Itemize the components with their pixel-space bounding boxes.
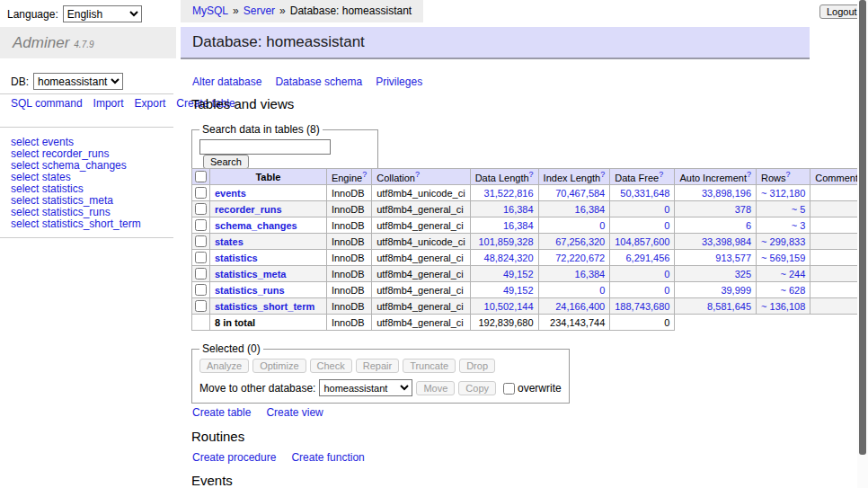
move-button[interactable]: Move xyxy=(416,381,455,395)
row-checkbox[interactable] xyxy=(195,187,207,199)
cell-auto-increment: 33,398,984 xyxy=(675,234,757,250)
routines-heading: Routines xyxy=(191,429,244,444)
create-table-link[interactable]: Create table xyxy=(192,406,251,419)
table-link-recorder-runs[interactable]: recorder_runs xyxy=(215,204,282,215)
column-help-link[interactable]: ? xyxy=(600,170,605,179)
cell-data-length: 31,522,816 xyxy=(470,185,538,201)
row-checkbox[interactable] xyxy=(195,235,207,247)
tables-table: TableEngine?Collation?Data Length?Index … xyxy=(191,168,868,331)
breadcrumb-link-server[interactable]: Server xyxy=(244,4,275,17)
sidebar-divider xyxy=(0,237,173,238)
selected-fieldset: Selected (0) AnalyzeOptimizeCheckRepairT… xyxy=(191,342,570,404)
sidebar-link-sql-command[interactable]: SQL command xyxy=(11,97,83,110)
row-checkbox[interactable] xyxy=(195,268,207,279)
drop-button[interactable]: Drop xyxy=(459,359,495,373)
cell-data-free: 0 xyxy=(610,315,675,331)
cell-auto-increment: 39,999 xyxy=(675,282,757,298)
cell-table-name: recorder_runs xyxy=(209,201,326,217)
column-help-sup: ? xyxy=(415,170,420,179)
row-checkbox[interactable] xyxy=(195,300,207,312)
column-help-link[interactable]: ? xyxy=(786,170,791,179)
column-help-sup: ? xyxy=(362,170,367,179)
cell-data-length: 48,824,320 xyxy=(470,250,538,266)
total-checkbox-cell xyxy=(192,315,210,331)
scrollbar-thumb[interactable] xyxy=(859,0,866,455)
routine-links-row: Create procedureCreate function xyxy=(192,451,380,464)
row-checkbox[interactable] xyxy=(195,284,207,296)
cell-data-free: 0 xyxy=(610,266,675,282)
table-link-schema-changes[interactable]: schema_changes xyxy=(215,220,297,231)
row-checkbox[interactable] xyxy=(195,252,207,263)
table-link-events[interactable]: events xyxy=(215,188,246,199)
link-database-schema[interactable]: Database schema xyxy=(275,75,362,88)
sidebar-link-export[interactable]: Export xyxy=(135,97,166,110)
cell-data-free: 0 xyxy=(610,201,675,217)
create-procedure-link[interactable]: Create procedure xyxy=(192,451,276,464)
table-row-recorder-runs: recorder_runsInnoDButf8mb4_general_ci16,… xyxy=(192,201,868,217)
cell-data-free: 50,331,648 xyxy=(610,185,675,201)
cell-table-name: states xyxy=(209,234,326,250)
search-input[interactable] xyxy=(199,139,331,155)
column-help-link[interactable]: ? xyxy=(362,170,367,179)
cell-index-length: 24,166,400 xyxy=(538,298,610,315)
move-row: Move to other database:homeassistantMove… xyxy=(199,379,562,396)
cell-index-length: 234,143,744 xyxy=(538,315,610,331)
language-select[interactable]: English xyxy=(63,5,142,22)
link-privileges[interactable]: Privileges xyxy=(376,75,422,88)
adminer-logo[interactable]: Adminer xyxy=(13,34,69,51)
link-alter-database[interactable]: Alter database xyxy=(192,75,261,88)
cell-engine: InnoDB xyxy=(326,185,371,201)
select-all-checkbox[interactable] xyxy=(195,171,207,182)
table-link-states[interactable]: states xyxy=(215,236,244,247)
column-header-index-length: Index Length? xyxy=(538,169,610,185)
breadcrumb-link-mysql[interactable]: MySQL xyxy=(192,4,228,17)
cell-data-free: 188,743,680 xyxy=(610,298,675,315)
cell-rows: ~ 299,833 xyxy=(757,234,810,250)
column-help-link[interactable]: ? xyxy=(415,170,420,179)
column-help-link[interactable]: ? xyxy=(529,170,534,179)
selected-legend: Selected (0) xyxy=(199,342,263,355)
table-link-statistics-meta[interactable]: statistics_meta xyxy=(215,269,287,279)
optimize-button[interactable]: Optimize xyxy=(252,359,306,373)
cell-data-length: 101,859,328 xyxy=(470,234,538,250)
column-header-auto-increment: Auto Increment? xyxy=(675,169,757,185)
search-button[interactable]: Search xyxy=(203,155,249,169)
row-checkbox-cell xyxy=(192,298,210,315)
cell-engine: InnoDB xyxy=(326,201,371,217)
create-function-link[interactable]: Create function xyxy=(291,451,364,464)
column-header-label: Collation xyxy=(376,173,415,183)
row-checkbox[interactable] xyxy=(195,203,207,215)
adminer-version: 4.7.9 xyxy=(74,40,93,49)
row-checkbox-cell xyxy=(192,234,210,250)
cell-data-free: 6,291,456 xyxy=(610,250,675,266)
sidebar-select-statistics-short-term[interactable]: select statistics_short_term xyxy=(11,218,141,230)
column-help-sup: ? xyxy=(600,170,605,179)
row-checkbox[interactable] xyxy=(195,219,207,231)
table-link-statistics-runs[interactable]: statistics_runs xyxy=(215,285,285,296)
table-link-statistics-short-term[interactable]: statistics_short_term xyxy=(215,301,314,312)
cell-rows: ~ 5 xyxy=(757,201,810,217)
table-row-statistics-meta: statistics_metaInnoDButf8mb4_general_ci4… xyxy=(192,266,868,282)
table-link-statistics[interactable]: statistics xyxy=(215,253,258,263)
row-checkbox-cell xyxy=(192,266,210,282)
column-header-collation: Collation? xyxy=(372,169,470,185)
column-help-link[interactable]: ? xyxy=(659,170,663,179)
create-view-link[interactable]: Create view xyxy=(266,406,323,419)
breadcrumb-separator: » xyxy=(233,4,239,17)
column-help-link[interactable]: ? xyxy=(747,170,751,179)
cell-engine: InnoDB xyxy=(326,250,371,266)
breadcrumb-separator: » xyxy=(279,4,286,17)
db-select[interactable]: homeassistant xyxy=(33,73,123,90)
breadcrumb-current: Database: homeassistant xyxy=(290,4,412,17)
truncate-button[interactable]: Truncate xyxy=(403,359,456,373)
move-db-select[interactable]: homeassistant xyxy=(319,379,412,396)
repair-button[interactable]: Repair xyxy=(356,359,399,373)
cell-index-length: 16,384 xyxy=(538,201,610,217)
cell-auto-increment: 6 xyxy=(675,217,757,234)
cell-table-name: events xyxy=(209,185,326,201)
analyze-button[interactable]: Analyze xyxy=(199,359,249,373)
overwrite-checkbox[interactable] xyxy=(503,383,515,395)
copy-button[interactable]: Copy xyxy=(458,381,496,395)
check-button[interactable]: Check xyxy=(310,359,352,373)
sidebar-link-import[interactable]: Import xyxy=(93,97,124,110)
